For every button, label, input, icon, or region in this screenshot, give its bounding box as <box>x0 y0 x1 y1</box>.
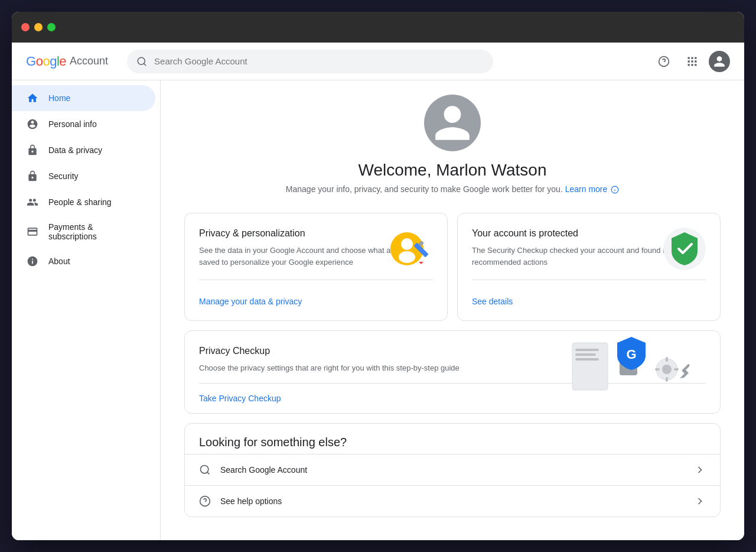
svg-rect-9 <box>695 60 696 62</box>
svg-line-36 <box>207 472 210 475</box>
sidebar-item-about[interactable]: About <box>12 248 155 274</box>
search-input[interactable] <box>154 56 484 66</box>
svg-rect-32 <box>666 377 668 382</box>
subtitle-text: Manage your info, privacy, and security … <box>286 184 619 194</box>
traffic-lights <box>21 23 56 31</box>
google-logo: Google Account <box>26 54 108 69</box>
cards-grid: Privacy & personalization See the data i… <box>184 213 721 321</box>
minimize-button[interactable] <box>34 23 43 31</box>
svg-point-35 <box>201 466 208 473</box>
svg-rect-10 <box>688 64 690 66</box>
sidebar-item-home[interactable]: Home <box>12 85 155 111</box>
account-protected-card: Your account is protected The Security C… <box>457 213 721 321</box>
avatar-large-icon <box>431 102 474 144</box>
avatar-icon <box>713 55 726 68</box>
sidebar-payments-label: Payments & subscriptions <box>48 222 141 241</box>
search-looking-icon <box>199 464 211 476</box>
apps-button[interactable] <box>680 50 704 73</box>
chevron-right-icon-help <box>694 495 706 507</box>
svg-rect-6 <box>695 57 696 59</box>
sidebar-home-label: Home <box>48 93 141 103</box>
privacy-checkup-desc: Choose the privacy settings that are rig… <box>199 362 503 374</box>
sidebar-item-people-sharing[interactable]: People & sharing <box>12 189 155 215</box>
svg-point-30 <box>662 365 672 374</box>
help-icon <box>658 56 670 67</box>
svg-rect-8 <box>691 60 693 62</box>
people-icon <box>26 196 39 208</box>
shield-protected-illustration <box>661 225 708 272</box>
sidebar-data-privacy-label: Data & privacy <box>48 145 141 155</box>
learn-more-link[interactable]: Learn more <box>565 184 608 194</box>
privacy-checkup-card: Privacy Checkup Choose the privacy setti… <box>184 330 721 414</box>
take-privacy-checkup-link[interactable]: Take Privacy Checkup <box>199 394 281 403</box>
sidebar-item-payments[interactable]: Payments & subscriptions <box>12 215 155 248</box>
looking-card: Looking for something else? Search Googl… <box>184 423 721 517</box>
svg-rect-7 <box>688 60 690 62</box>
svg-rect-25 <box>575 353 596 356</box>
search-bar <box>127 50 493 73</box>
sidebar-about-label: About <box>48 256 141 266</box>
help-options-item[interactable]: See help options <box>185 485 720 517</box>
app-content: Google Account <box>12 43 744 540</box>
sidebar-security-label: Security <box>48 171 141 181</box>
logo-text: Google <box>26 54 66 69</box>
help-options-label: See help options <box>220 496 282 506</box>
profile-avatar <box>424 95 481 151</box>
privacy-illustration <box>388 225 435 272</box>
account-label: Account <box>70 55 108 67</box>
info-icon <box>26 255 39 267</box>
svg-text:G: G <box>626 347 636 362</box>
looking-title: Looking for something else? <box>185 424 720 454</box>
search-account-label: Search Google Account <box>220 465 307 475</box>
svg-point-17 <box>401 238 413 250</box>
privacy-checkup-illustration: G <box>566 331 696 396</box>
account-avatar-button[interactable] <box>709 51 730 72</box>
svg-rect-11 <box>691 64 693 66</box>
svg-rect-31 <box>666 357 668 362</box>
info-circle-icon <box>611 186 619 194</box>
credit-card-icon <box>26 226 39 238</box>
main-content: Welcome, Marlon Watson Manage your info,… <box>161 80 744 540</box>
main-layout: Home Personal info <box>12 80 744 540</box>
search-account-item[interactable]: Search Google Account <box>185 454 720 485</box>
svg-rect-24 <box>575 349 599 351</box>
apps-icon <box>686 56 698 67</box>
sidebar-item-security[interactable]: Security <box>12 163 155 189</box>
see-details-link[interactable]: See details <box>472 297 706 306</box>
svg-rect-34 <box>674 368 679 371</box>
sidebar-people-sharing-label: People & sharing <box>48 197 141 207</box>
help-button[interactable] <box>652 50 676 73</box>
manage-data-privacy-link[interactable]: Manage your data & privacy <box>199 297 433 306</box>
privacy-personalization-card: Privacy & personalization See the data i… <box>184 213 448 321</box>
welcome-heading: Welcome, Marlon Watson <box>359 161 547 180</box>
svg-rect-33 <box>655 368 660 371</box>
titlebar <box>12 12 744 43</box>
svg-rect-4 <box>688 57 690 59</box>
sidebar-item-personal-info[interactable]: Personal info <box>12 111 155 137</box>
profile-section: Welcome, Marlon Watson Manage your info,… <box>184 95 721 194</box>
header-actions <box>652 50 730 73</box>
help-circle-icon <box>199 495 211 507</box>
svg-rect-12 <box>695 64 696 66</box>
svg-point-18 <box>399 251 415 263</box>
app-window: Google Account <box>12 12 744 540</box>
sidebar: Home Personal info <box>12 80 161 540</box>
home-icon <box>26 92 39 104</box>
svg-rect-5 <box>691 57 693 59</box>
person-card-icon <box>26 118 39 130</box>
maximize-button[interactable] <box>47 23 56 31</box>
svg-marker-20 <box>419 262 423 264</box>
shield-lock-icon <box>26 144 39 156</box>
lock-icon <box>26 170 39 182</box>
svg-rect-26 <box>575 358 599 361</box>
svg-line-1 <box>144 63 146 65</box>
header: Google Account <box>12 43 744 80</box>
sidebar-personal-info-label: Personal info <box>48 119 141 129</box>
close-button[interactable] <box>21 23 30 31</box>
chevron-right-icon-search <box>694 464 706 476</box>
sidebar-item-data-privacy[interactable]: Data & privacy <box>12 137 155 163</box>
search-icon <box>136 56 147 67</box>
